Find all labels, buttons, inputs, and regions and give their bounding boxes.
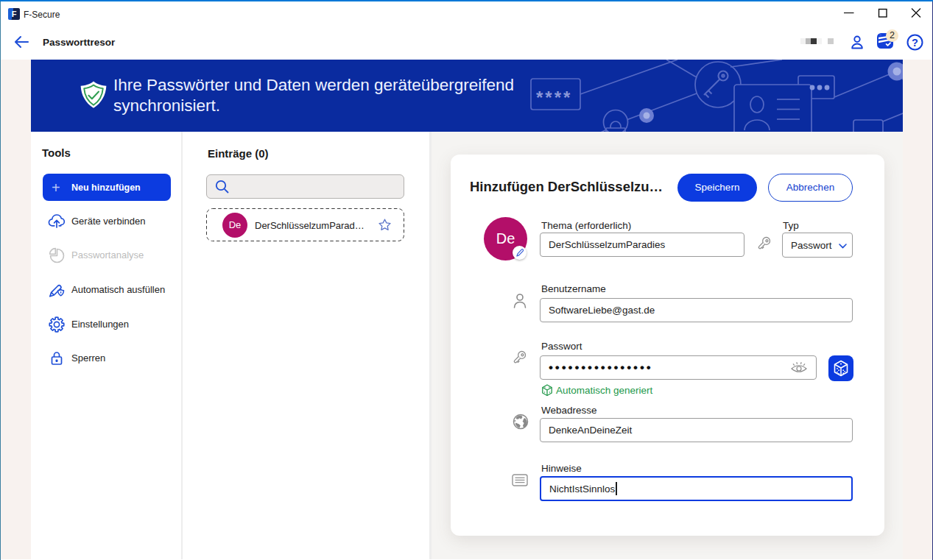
svg-text:?: ?	[912, 37, 918, 49]
svg-text:****: ****	[536, 88, 572, 107]
